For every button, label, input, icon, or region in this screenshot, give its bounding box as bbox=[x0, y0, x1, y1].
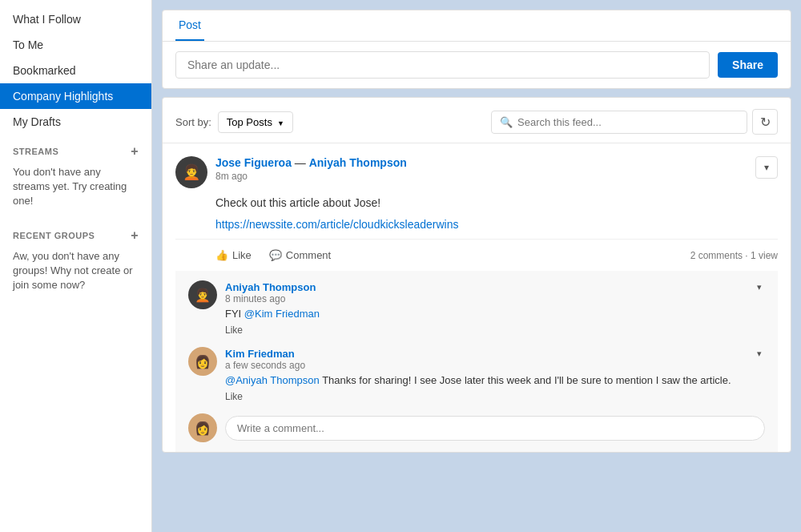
main-content: Post Share Sort by: Top Posts 🔍 bbox=[152, 0, 801, 532]
groups-section-header: RECENT GROUPS + bbox=[0, 219, 151, 246]
post-meta: Jose Figueroa — Aniyah Thompson 8m ago bbox=[215, 156, 747, 182]
post-time: 8m ago bbox=[215, 171, 747, 182]
sidebar-item-to-me[interactable]: To Me bbox=[0, 32, 151, 58]
comment-avatar: 👩 bbox=[188, 347, 217, 376]
sidebar: What I FollowTo MeBookmarkedCompany High… bbox=[0, 0, 152, 532]
comment-body: Aniyah Thompson8 minutes agoFYI @Kim Fri… bbox=[225, 280, 746, 336]
feed-search-input[interactable] bbox=[517, 116, 739, 128]
comment-body: Kim Friedmana few seconds ago@Aniyah Tho… bbox=[225, 347, 746, 402]
post-options-button[interactable] bbox=[755, 156, 778, 179]
avatar: 🧑‍🦱 bbox=[175, 156, 207, 188]
post-body: Check out this article about Jose! bbox=[215, 195, 778, 212]
sidebar-item-company-highlights[interactable]: Company Highlights bbox=[0, 83, 151, 109]
sort-label: Sort by: bbox=[175, 116, 211, 128]
streams-empty-text: You don't have any streams yet. Try crea… bbox=[0, 162, 151, 219]
comment-time: 8 minutes ago bbox=[225, 293, 746, 304]
comment-button[interactable]: Comment bbox=[269, 246, 340, 264]
groups-label: RECENT GROUPS bbox=[13, 231, 95, 240]
comment-options-button[interactable]: ▾ bbox=[754, 280, 765, 294]
comments-section: 🧑‍🦱Aniyah Thompson8 minutes agoFYI @Kim … bbox=[175, 271, 778, 452]
comment-like-button[interactable]: Like bbox=[225, 324, 746, 336]
comment-text: @Aniyah Thompson Thanks for sharing! I s… bbox=[225, 373, 746, 388]
like-icon bbox=[215, 249, 228, 261]
post-tab[interactable]: Post bbox=[175, 10, 204, 41]
comment-item: 👩Kim Friedmana few seconds ago@Aniyah Th… bbox=[188, 347, 765, 402]
post-header: 🧑‍🦱 Jose Figueroa — Aniyah Thompson 8m a… bbox=[175, 156, 778, 188]
comment-like-button[interactable]: Like bbox=[225, 391, 746, 402]
streams-label: STREAMS bbox=[13, 147, 58, 156]
search-icon: 🔍 bbox=[500, 116, 513, 128]
mention-link[interactable]: @Kim Friedman bbox=[244, 308, 320, 320]
comment-avatar: 🧑‍🦱 bbox=[188, 280, 217, 309]
comment-text: FYI @Kim Friedman bbox=[225, 307, 746, 321]
add-group-icon[interactable]: + bbox=[131, 228, 139, 243]
post-author-line: Jose Figueroa — Aniyah Thompson bbox=[215, 156, 747, 169]
feed-controls: Sort by: Top Posts 🔍 bbox=[163, 98, 791, 143]
post-options-chevron-icon bbox=[764, 162, 769, 173]
sort-dropdown[interactable]: Top Posts bbox=[218, 111, 293, 133]
post-actions: Like Comment 2 comments · 1 view bbox=[175, 239, 778, 271]
share-button[interactable]: Share bbox=[718, 52, 778, 78]
refresh-icon bbox=[760, 115, 771, 130]
write-comment-avatar: 👩 bbox=[188, 413, 217, 442]
refresh-button[interactable] bbox=[752, 109, 778, 135]
sort-chevron-icon bbox=[277, 116, 284, 128]
groups-empty-text: Aw, you don't have any groups! Why not c… bbox=[0, 246, 151, 303]
post-author-link[interactable]: Jose Figueroa bbox=[215, 156, 292, 169]
sidebar-item-what-i-follow[interactable]: What I Follow bbox=[0, 6, 151, 32]
mention-link[interactable]: @Aniyah Thompson bbox=[225, 374, 320, 386]
post-stats: 2 comments · 1 view bbox=[690, 250, 778, 261]
comment-item: 🧑‍🦱Aniyah Thompson8 minutes agoFYI @Kim … bbox=[188, 280, 765, 336]
feed-box: Sort by: Top Posts 🔍 🧑‍🦱 bbox=[162, 97, 791, 453]
post-separator: — bbox=[295, 156, 309, 169]
post-target-link[interactable]: Aniyah Thompson bbox=[309, 156, 407, 169]
comment-label: Comment bbox=[286, 249, 331, 261]
like-button[interactable]: Like bbox=[215, 246, 261, 264]
like-label: Like bbox=[232, 249, 252, 261]
post-link[interactable]: https://newssite.com/article/cloudkicksl… bbox=[215, 218, 778, 231]
comment-author-link[interactable]: Aniyah Thompson bbox=[225, 281, 316, 293]
write-comment-input[interactable] bbox=[225, 416, 765, 441]
comment-time: a few seconds ago bbox=[225, 360, 746, 371]
comment-icon bbox=[269, 249, 282, 261]
write-comment-area: 👩 bbox=[188, 413, 765, 442]
sidebar-nav: What I FollowTo MeBookmarkedCompany High… bbox=[0, 6, 151, 135]
sort-area: Sort by: Top Posts bbox=[175, 111, 293, 133]
share-input[interactable] bbox=[175, 51, 710, 79]
streams-section-header: STREAMS + bbox=[0, 135, 151, 162]
search-area: 🔍 bbox=[491, 109, 778, 135]
post-box: Post Share bbox=[162, 10, 791, 89]
search-box: 🔍 bbox=[491, 111, 747, 134]
post-box-tabs: Post bbox=[163, 10, 791, 42]
sidebar-item-my-drafts[interactable]: My Drafts bbox=[0, 109, 151, 135]
add-stream-icon[interactable]: + bbox=[131, 144, 139, 159]
sidebar-item-bookmarked[interactable]: Bookmarked bbox=[0, 58, 151, 83]
post-box-body: Share bbox=[163, 42, 791, 88]
post-item: 🧑‍🦱 Jose Figueroa — Aniyah Thompson 8m a… bbox=[163, 143, 791, 452]
comment-options-button[interactable]: ▾ bbox=[754, 347, 765, 361]
sort-value: Top Posts bbox=[227, 116, 272, 128]
comment-author-link[interactable]: Kim Friedman bbox=[225, 348, 295, 360]
